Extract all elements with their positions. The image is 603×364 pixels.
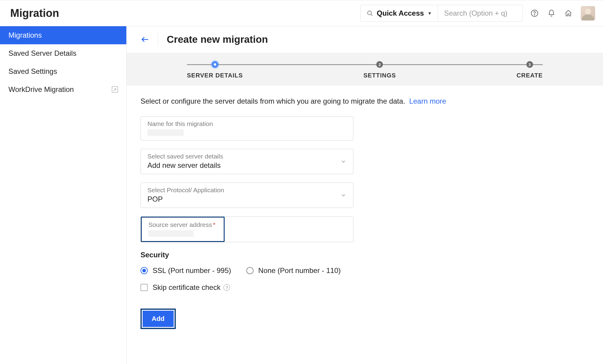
radio-label: SSL (Port number - 995) <box>153 266 231 275</box>
step-label: SETTINGS <box>363 72 396 79</box>
home-icon[interactable] <box>564 9 573 18</box>
radio-icon <box>140 267 148 274</box>
security-title: Security <box>140 251 589 259</box>
security-none-option[interactable]: None (Port number - 110) <box>246 266 341 275</box>
app-title: Migration <box>10 7 59 20</box>
quick-access-label: Quick Access <box>377 9 424 17</box>
chevron-down-icon <box>340 158 346 165</box>
sidebar-item-saved-settings[interactable]: Saved Settings <box>0 62 126 80</box>
search-icon <box>367 10 373 17</box>
sidebar-item-label: Saved Server Details <box>8 49 76 58</box>
field-label: Select Protocol/ Application <box>147 187 346 194</box>
saved-server-select[interactable]: Select saved server details Add new serv… <box>140 149 353 174</box>
step-server-details[interactable]: SERVER DETAILS <box>187 61 243 79</box>
step-create[interactable]: 3 CREATE <box>516 61 543 79</box>
field-value: Add new server details <box>147 161 346 170</box>
description: Select or configure the server details f… <box>140 97 589 105</box>
divider <box>158 33 158 46</box>
sidebar: Migrations Saved Server Details Saved Se… <box>0 26 127 364</box>
protocol-select[interactable]: Select Protocol/ Application POP <box>140 183 353 208</box>
back-button[interactable] <box>140 35 150 44</box>
stepper: SERVER DETAILS 2 SETTINGS 3 CREATE <box>127 53 603 86</box>
sidebar-item-workdrive-migration[interactable]: WorkDrive Migration ↗ <box>0 80 126 99</box>
add-button[interactable]: Add <box>143 311 174 327</box>
checkbox-icon <box>140 284 148 291</box>
field-label: Name for this migration <box>147 120 346 127</box>
sidebar-item-saved-server-details[interactable]: Saved Server Details <box>0 44 126 62</box>
radio-label: None (Port number - 110) <box>258 266 341 275</box>
step-settings[interactable]: 2 SETTINGS <box>363 61 396 79</box>
chevron-down-icon <box>340 192 346 198</box>
svg-point-3 <box>534 14 535 15</box>
field-value: POP <box>147 195 346 203</box>
external-link-icon: ↗ <box>112 86 118 93</box>
checkbox-label: Skip certificate check ? <box>153 283 230 292</box>
svg-line-1 <box>371 14 372 16</box>
migration-name-field[interactable]: Name for this migration <box>140 116 353 140</box>
field-label: Source server address* <box>148 221 217 228</box>
page-title: Create new migration <box>167 34 268 45</box>
security-radio-group: SSL (Port number - 995) None (Port numbe… <box>140 266 589 275</box>
learn-more-link[interactable]: Learn more <box>409 97 446 105</box>
topbar: Migration Quick Access ▼ <box>0 0 603 26</box>
source-server-input[interactable] <box>148 230 194 237</box>
global-search-input[interactable] <box>438 9 522 17</box>
user-avatar[interactable] <box>581 6 595 20</box>
caret-down-icon: ▼ <box>428 11 432 16</box>
form-content: Select or configure the server details f… <box>127 86 603 340</box>
skip-cert-checkbox-row[interactable]: Skip certificate check ? <box>140 283 589 292</box>
sidebar-item-label: Saved Settings <box>8 67 57 76</box>
sidebar-item-migrations[interactable]: Migrations <box>0 26 126 44</box>
migration-name-input[interactable] <box>147 129 184 136</box>
svg-point-0 <box>368 11 371 15</box>
page-header: Create new migration <box>127 26 603 53</box>
radio-icon <box>246 267 254 274</box>
sidebar-item-label: Migrations <box>8 31 42 39</box>
quick-access-box: Quick Access ▼ <box>360 5 523 22</box>
sidebar-item-label: WorkDrive Migration <box>8 85 74 94</box>
quick-access-dropdown[interactable]: Quick Access ▼ <box>361 5 438 21</box>
field-label: Select saved server details <box>147 153 346 160</box>
security-ssl-option[interactable]: SSL (Port number - 995) <box>140 266 231 275</box>
source-server-field[interactable]: Source server address* <box>140 216 353 242</box>
add-button-highlight: Add <box>140 309 176 329</box>
bell-icon[interactable] <box>547 9 556 18</box>
help-icon[interactable]: ? <box>223 284 230 291</box>
main: Create new migration SERVER DETAILS 2 SE… <box>127 26 603 364</box>
step-label: SERVER DETAILS <box>187 72 243 79</box>
step-label: CREATE <box>516 72 543 79</box>
help-icon[interactable] <box>530 9 539 18</box>
